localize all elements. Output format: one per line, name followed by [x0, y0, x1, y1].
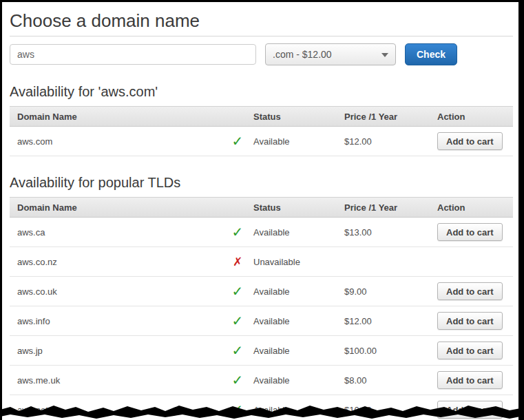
screenshot-frame: Choose a domain name .com - $12.00 Check… [0, 0, 524, 420]
check-icon: ✓ [232, 313, 244, 328]
page-content: Choose a domain name .com - $12.00 Check… [2, 10, 518, 420]
domain-name-cell: aws.net [10, 405, 222, 415]
status-icon-cell: ✓ [222, 134, 253, 148]
exact-match-table: Domain NameStatusPrice /1 YearAction aws… [10, 106, 513, 156]
status-text: Unavailable [253, 257, 344, 267]
action-cell: Add to cart [437, 401, 513, 419]
price-value: $100.00 [344, 346, 437, 356]
action-cell: Add to cart [437, 312, 513, 330]
price-value: $13.00 [344, 227, 437, 238]
column-header-price-1-year: Price /1 Year [344, 112, 437, 122]
popular-tlds-heading: Availability for popular TLDs [10, 175, 513, 191]
action-cell: Add to cart [437, 132, 513, 150]
table-row: aws.ca✓Available$13.00Add to cart [10, 218, 513, 247]
status-icon-cell: ✓ [222, 373, 253, 387]
domain-name-cell: aws.co.nz [10, 257, 222, 267]
table-row: aws.co.nz✗Unavailable [10, 247, 513, 277]
status-icon-cell: ✓ [222, 344, 253, 357]
status-text: Available [253, 227, 344, 238]
status-text: Available [253, 316, 344, 326]
table-header-row: Domain NameStatusPrice /1 YearAction [10, 197, 513, 218]
table-row: aws.me.uk✓Available$8.00Add to cart [10, 366, 513, 395]
status-text: Available [253, 346, 344, 356]
check-icon: ✓ [232, 343, 244, 358]
domain-search-bar: .com - $12.00 Check [10, 43, 513, 65]
action-cell: Add to cart [437, 223, 513, 241]
status-text: Available [253, 375, 344, 386]
add-to-cart-button[interactable]: Add to cart [437, 132, 503, 150]
tld-select-value: .com - $12.00 [273, 49, 332, 60]
add-to-cart-button[interactable]: Add to cart [437, 401, 503, 419]
price-value: $12.00 [344, 316, 437, 326]
title-divider [10, 36, 513, 36]
status-icon-cell: ✓ [222, 314, 253, 328]
status-icon-cell: ✓ [222, 403, 253, 417]
column-header-domain-name: Domain Name [10, 112, 253, 122]
check-icon: ✓ [232, 224, 244, 240]
column-header-action: Action [437, 202, 513, 213]
status-icon-cell: ✓ [222, 284, 253, 298]
table-row: aws.net✓Available$10.00Add to cart [10, 395, 513, 420]
check-icon: ✓ [232, 284, 244, 299]
status-text: Available [253, 286, 344, 297]
page-title: Choose a domain name [10, 10, 513, 32]
column-header-status: Status [253, 202, 344, 213]
domain-name-cell: aws.jp [10, 346, 222, 356]
table-row: aws.jp✓Available$100.00Add to cart [10, 336, 513, 366]
price-value: $12.00 [344, 136, 437, 147]
table-row: aws.com✓Available$12.00Add to cart [10, 127, 513, 156]
price-value: $8.00 [344, 375, 437, 386]
table-header-row: Domain NameStatusPrice /1 YearAction [10, 106, 513, 127]
domain-name-cell: aws.ca [10, 227, 222, 238]
price-value: $9.00 [344, 286, 437, 297]
check-icon: ✓ [232, 372, 244, 388]
price-value: $10.00 [344, 405, 437, 415]
table-row: aws.info✓Available$12.00Add to cart [10, 306, 513, 336]
add-to-cart-button[interactable]: Add to cart [437, 282, 503, 300]
action-cell: Add to cart [437, 371, 513, 389]
check-icon: ✓ [232, 134, 244, 149]
status-icon-cell: ✗ [222, 256, 253, 268]
domain-name-cell: aws.com [10, 136, 222, 147]
torn-corner-notch [521, 2, 524, 9]
exact-match-heading: Availability for 'aws.com' [10, 84, 513, 100]
domain-name-input[interactable] [10, 44, 256, 65]
add-to-cart-button[interactable]: Add to cart [437, 371, 503, 389]
tld-price-select[interactable]: .com - $12.00 [265, 43, 396, 65]
action-cell: Add to cart [437, 282, 513, 300]
status-icon-cell: ✓ [222, 225, 253, 239]
check-button[interactable]: Check [405, 43, 457, 65]
table-body: aws.com✓Available$12.00Add to cart [10, 127, 513, 156]
column-header-domain-name: Domain Name [10, 202, 253, 213]
status-text: Available [253, 405, 344, 415]
column-header-status: Status [253, 112, 344, 122]
action-cell: Add to cart [437, 342, 513, 359]
table-row: aws.co.uk✓Available$9.00Add to cart [10, 277, 513, 306]
table-body: aws.ca✓Available$13.00Add to cartaws.co.… [10, 218, 513, 420]
domain-name-cell: aws.co.uk [10, 286, 222, 297]
status-text: Available [253, 136, 344, 147]
check-icon: ✓ [232, 402, 244, 417]
add-to-cart-button[interactable]: Add to cart [437, 312, 503, 330]
x-icon: ✗ [233, 255, 242, 269]
add-to-cart-button[interactable]: Add to cart [437, 342, 503, 359]
popular-tlds-table: Domain NameStatusPrice /1 YearAction aws… [10, 197, 513, 420]
column-header-price-1-year: Price /1 Year [344, 202, 437, 213]
domain-name-cell: aws.info [10, 316, 222, 326]
add-to-cart-button[interactable]: Add to cart [437, 223, 503, 241]
domain-name-cell: aws.me.uk [10, 375, 222, 386]
caret-down-icon [381, 53, 388, 57]
column-header-action: Action [437, 112, 513, 122]
